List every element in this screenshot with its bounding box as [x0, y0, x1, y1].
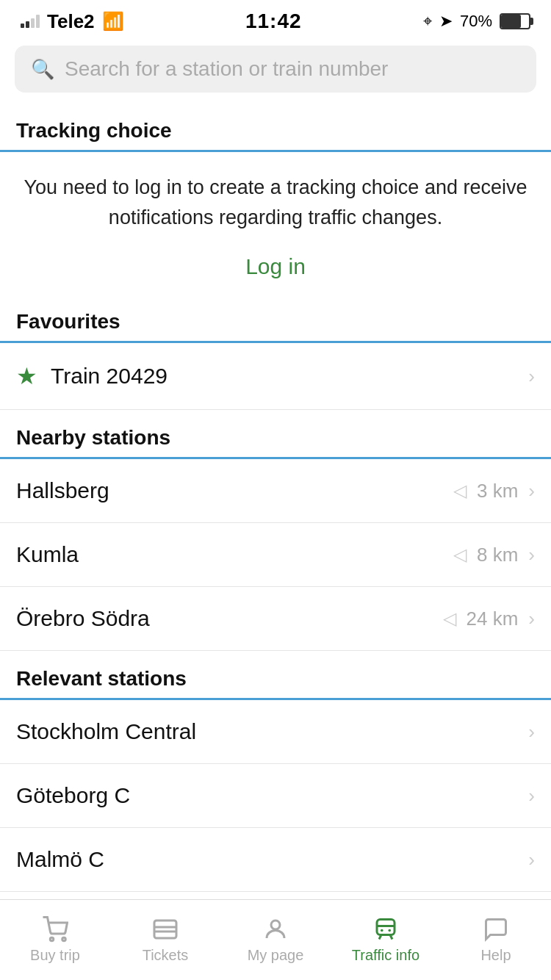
- nearby-station-kumla-right: ◁ 8 km ›: [453, 544, 535, 566]
- nearby-station-orebro-right: ◁ 24 km ›: [443, 608, 535, 630]
- gps-icon: ➤: [439, 12, 453, 31]
- chevron-right-icon: ›: [528, 785, 535, 807]
- location-distance-icon: ◁: [453, 544, 467, 565]
- signal-icon: [21, 15, 40, 28]
- person-icon: [262, 916, 289, 943]
- help-icon: [483, 916, 509, 943]
- svg-point-1: [62, 937, 66, 941]
- relevant-station-goteborg-left: Göteborg C: [16, 783, 130, 808]
- wifi-icon: 📶: [102, 11, 124, 32]
- nearby-station-orebro-distance: 24 km: [467, 608, 519, 630]
- chevron-right-icon: ›: [528, 365, 535, 388]
- favourites-header: Favourites: [0, 294, 551, 341]
- nearby-station-hallsberg-label: Hallsberg: [16, 478, 109, 503]
- status-right: ⌖ ➤ 70%: [423, 12, 530, 31]
- tracking-choice-body: You need to log in to create a tracking …: [0, 152, 551, 239]
- svg-point-0: [50, 937, 54, 941]
- chevron-right-icon: ›: [528, 721, 535, 743]
- favourite-item-right: ›: [528, 365, 535, 388]
- tab-tickets[interactable]: Tickets: [110, 900, 220, 980]
- nearby-station-hallsberg-distance: 3 km: [477, 480, 518, 502]
- star-icon: ★: [16, 362, 37, 390]
- location-distance-icon: ◁: [453, 480, 467, 501]
- search-icon: 🔍: [31, 58, 54, 81]
- tab-my-page-label: My page: [248, 947, 304, 964]
- tab-help[interactable]: Help: [441, 900, 551, 980]
- nearby-station-kumla-label: Kumla: [16, 542, 79, 567]
- nearby-station-orebro-label: Örebro Södra: [16, 606, 150, 631]
- svg-point-10: [381, 929, 383, 932]
- search-placeholder-text: Search for a station or train number: [65, 57, 388, 81]
- chevron-right-icon: ›: [528, 544, 535, 566]
- search-container: 🔍 Search for a station or train number: [0, 38, 551, 103]
- carrier-label: Tele2: [47, 10, 95, 33]
- relevant-station-stockholm[interactable]: Stockholm Central ›: [0, 700, 551, 764]
- nearby-station-kumla-left: Kumla: [16, 542, 79, 567]
- nearby-station-kumla[interactable]: Kumla ◁ 8 km ›: [0, 523, 551, 587]
- relevant-station-stockholm-right: ›: [528, 721, 535, 743]
- favourite-item-left: ★ Train 20429: [16, 362, 168, 390]
- time-label: 11:42: [245, 10, 302, 33]
- location-distance-icon: ◁: [443, 608, 456, 629]
- nearby-station-hallsberg-right: ◁ 3 km ›: [453, 480, 535, 502]
- status-bar: Tele2 📶 11:42 ⌖ ➤ 70%: [0, 0, 551, 38]
- tab-traffic-info-label: Traffic info: [352, 947, 419, 964]
- tracking-choice-header: Tracking choice: [0, 103, 551, 150]
- main-content: Tracking choice You need to log in to cr…: [0, 103, 551, 980]
- relevant-station-malmo-right: ›: [528, 849, 535, 871]
- relevant-station-stockholm-label: Stockholm Central: [16, 719, 196, 744]
- favourite-item-label: Train 20429: [51, 364, 168, 389]
- relevant-station-malmo[interactable]: Malmö C ›: [0, 828, 551, 892]
- login-button[interactable]: Log in: [0, 239, 551, 294]
- status-left: Tele2 📶: [21, 10, 124, 33]
- nearby-station-orebro-left: Örebro Södra: [16, 606, 150, 631]
- relevant-station-goteborg-right: ›: [528, 785, 535, 807]
- tab-buy-trip[interactable]: Buy trip: [0, 900, 110, 980]
- tab-buy-trip-label: Buy trip: [30, 947, 80, 964]
- nearby-station-orebro[interactable]: Örebro Södra ◁ 24 km ›: [0, 587, 551, 651]
- nearby-stations-header: Nearby stations: [0, 410, 551, 457]
- tab-traffic-info[interactable]: Traffic info: [331, 900, 441, 980]
- train-icon: [372, 916, 399, 943]
- battery-percent: 70%: [460, 12, 492, 31]
- relevant-station-stockholm-left: Stockholm Central: [16, 719, 196, 744]
- relevant-stations-header: Relevant stations: [0, 651, 551, 698]
- svg-point-11: [388, 929, 391, 932]
- chevron-right-icon: ›: [528, 480, 535, 502]
- chevron-right-icon: ›: [528, 608, 535, 630]
- tab-bar: Buy trip Tickets My page Traffic info: [0, 899, 551, 980]
- shopping-cart-icon: [42, 916, 68, 943]
- relevant-station-goteborg[interactable]: Göteborg C ›: [0, 764, 551, 828]
- svg-rect-2: [154, 920, 176, 938]
- relevant-station-goteborg-label: Göteborg C: [16, 783, 130, 808]
- svg-point-5: [271, 920, 280, 929]
- battery-icon: [500, 13, 530, 29]
- nearby-station-hallsberg[interactable]: Hallsberg ◁ 3 km ›: [0, 459, 551, 523]
- nearby-station-hallsberg-left: Hallsberg: [16, 478, 109, 503]
- chevron-right-icon: ›: [528, 849, 535, 871]
- nearby-station-kumla-distance: 8 km: [477, 544, 518, 566]
- ticket-icon: [152, 916, 179, 943]
- relevant-station-malmo-left: Malmö C: [16, 847, 104, 872]
- tab-help-label: Help: [480, 947, 511, 964]
- location-icon: ⌖: [423, 12, 432, 31]
- tab-my-page[interactable]: My page: [220, 900, 331, 980]
- relevant-station-malmo-label: Malmö C: [16, 847, 104, 872]
- search-bar[interactable]: 🔍 Search for a station or train number: [15, 46, 536, 93]
- favourite-item-train20429[interactable]: ★ Train 20429 ›: [0, 343, 551, 410]
- tab-tickets-label: Tickets: [143, 947, 189, 964]
